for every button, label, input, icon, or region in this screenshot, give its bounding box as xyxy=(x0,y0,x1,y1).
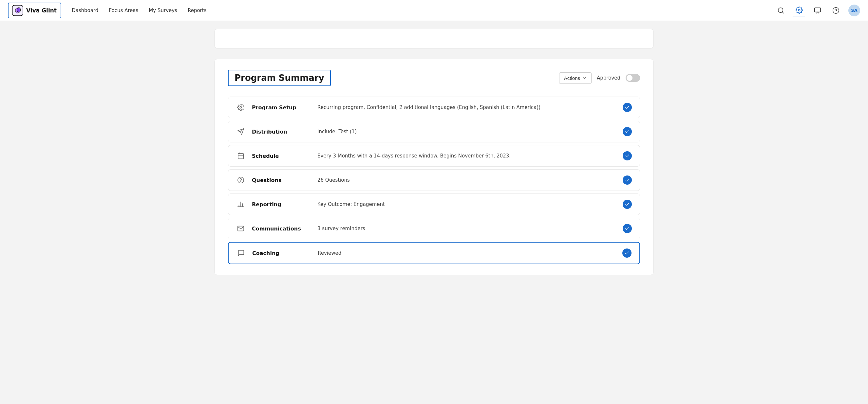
svg-point-5 xyxy=(798,9,800,11)
svg-rect-12 xyxy=(238,154,244,159)
row-check-program-setup xyxy=(623,103,632,112)
search-button[interactable] xyxy=(775,5,787,16)
row-label-schedule: Schedule xyxy=(252,153,311,159)
svg-point-9 xyxy=(240,106,242,108)
logo-area[interactable]: Viva Glint xyxy=(8,3,61,18)
svg-point-16 xyxy=(238,177,244,183)
nav-links: Dashboard Focus Areas My Surveys Reports xyxy=(72,6,206,15)
settings-icon xyxy=(236,103,245,112)
row-label-questions: Questions xyxy=(252,177,311,183)
logo-text: Viva Glint xyxy=(26,7,57,14)
ps-controls: Actions Approved xyxy=(559,72,640,84)
summary-rows: Program Setup Recurring program, Confide… xyxy=(228,97,640,264)
message-circle-icon xyxy=(237,248,246,258)
program-summary-title: Program Summary xyxy=(228,70,331,86)
chevron-down-icon xyxy=(582,76,587,80)
help-button[interactable] xyxy=(830,5,842,16)
row-check-schedule xyxy=(623,151,632,160)
summary-row-questions[interactable]: Questions 26 Questions xyxy=(228,169,640,191)
row-label-program-setup: Program Setup xyxy=(252,104,311,111)
chat-icon xyxy=(814,7,821,14)
help-circle-icon xyxy=(236,175,245,184)
main-content: Program Summary Actions Approved xyxy=(188,21,680,283)
row-label-distribution: Distribution xyxy=(252,129,311,135)
row-desc-coaching: Reviewed xyxy=(318,250,616,256)
svg-point-2 xyxy=(17,7,21,12)
svg-rect-6 xyxy=(815,7,820,12)
approved-control: Approved xyxy=(597,74,640,82)
row-desc-reporting: Key Outcome: Engagement xyxy=(317,201,616,207)
summary-row-schedule[interactable]: Schedule Every 3 Months with a 14-days r… xyxy=(228,145,640,167)
row-check-questions xyxy=(623,175,632,184)
row-label-communications: Communications xyxy=(252,226,311,232)
program-summary-section: Program Summary Actions Approved xyxy=(215,59,653,275)
nav-dashboard[interactable]: Dashboard xyxy=(72,6,98,15)
summary-row-communications[interactable]: Communications 3 survey reminders xyxy=(228,218,640,239)
search-icon xyxy=(777,7,784,14)
row-desc-questions: 26 Questions xyxy=(317,177,616,183)
summary-row-coaching[interactable]: Coaching Reviewed xyxy=(228,242,640,264)
calendar-icon xyxy=(236,151,245,160)
summary-row-reporting[interactable]: Reporting Key Outcome: Engagement xyxy=(228,194,640,215)
approved-label: Approved xyxy=(597,75,620,81)
row-check-communications xyxy=(623,224,632,233)
row-check-distribution xyxy=(623,127,632,136)
summary-row-program-setup[interactable]: Program Setup Recurring program, Confide… xyxy=(228,97,640,118)
svg-point-7 xyxy=(833,7,839,13)
nav-reports[interactable]: Reports xyxy=(188,6,207,15)
toggle-slider xyxy=(626,74,640,82)
top-navigation: Viva Glint Dashboard Focus Areas My Surv… xyxy=(0,0,868,21)
top-card-partial xyxy=(215,29,653,48)
actions-label: Actions xyxy=(564,75,580,81)
bar-chart-icon xyxy=(236,200,245,209)
row-desc-schedule: Every 3 Months with a 14-days response w… xyxy=(317,153,616,159)
row-label-reporting: Reporting xyxy=(252,201,311,208)
row-check-reporting xyxy=(623,200,632,209)
notifications-button[interactable] xyxy=(812,5,824,16)
summary-row-distribution[interactable]: Distribution Include: Test (1) xyxy=(228,121,640,142)
nav-right-icons: SA xyxy=(775,5,860,16)
svg-line-4 xyxy=(782,12,783,13)
nav-my-surveys[interactable]: My Surveys xyxy=(149,6,177,15)
help-icon xyxy=(832,7,839,14)
nav-focus-areas[interactable]: Focus Areas xyxy=(109,6,138,15)
logo-icon xyxy=(12,5,23,16)
row-desc-program-setup: Recurring program, Confidential, 2 addit… xyxy=(317,104,616,110)
row-label-coaching: Coaching xyxy=(252,250,311,256)
row-desc-distribution: Include: Test (1) xyxy=(317,129,616,135)
row-check-coaching xyxy=(622,248,631,258)
user-avatar[interactable]: SA xyxy=(848,5,860,16)
settings-button[interactable] xyxy=(793,5,805,16)
mail-icon xyxy=(236,224,245,233)
approved-toggle[interactable] xyxy=(626,74,640,82)
gear-icon xyxy=(796,6,803,14)
actions-button[interactable]: Actions xyxy=(559,72,592,84)
send-icon xyxy=(236,127,245,136)
program-summary-header: Program Summary Actions Approved xyxy=(228,70,640,86)
row-desc-communications: 3 survey reminders xyxy=(317,226,616,232)
